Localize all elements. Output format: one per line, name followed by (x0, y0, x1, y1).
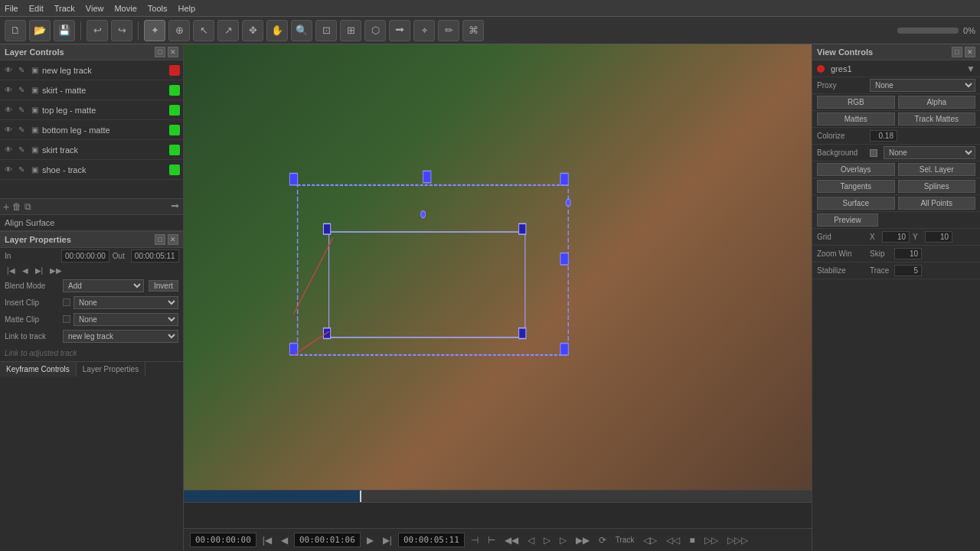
layer-item-bottom-leg-matte[interactable]: 👁 ✎ ▣ bottom leg - matte (0, 120, 183, 140)
skip-input[interactable] (894, 248, 922, 259)
tool-transform[interactable]: ⊕ (168, 20, 190, 41)
background-select[interactable]: None (884, 146, 975, 159)
layer-props-minimize[interactable]: □ (155, 234, 165, 245)
tool-open[interactable]: 📂 (29, 20, 51, 41)
layer-add-btn[interactable]: + (3, 201, 9, 213)
tool-addpoint[interactable]: ↗ (217, 20, 239, 41)
tc-track-opts2[interactable]: ▷▷▷ (724, 534, 751, 546)
rgb-button[interactable]: RGB (817, 96, 895, 109)
layer-type-5: ▣ (29, 165, 40, 175)
next-frame[interactable]: ▶▶ (47, 266, 64, 276)
tool-redo[interactable]: ↪ (111, 20, 132, 41)
gres-dropdown[interactable]: ▼ (966, 64, 975, 74)
tool-save[interactable]: 💾 (54, 20, 75, 41)
tc-clip[interactable]: 00:00:01:06 (294, 533, 361, 547)
tc-current[interactable]: 00:00:00:00 (190, 533, 256, 547)
tool-stabilize[interactable]: ⌖ (413, 20, 435, 41)
tc-fwd-play[interactable]: ▶▶ (573, 534, 593, 546)
layer-props-close[interactable]: ✕ (168, 234, 178, 245)
bg-color-swatch[interactable] (870, 149, 877, 157)
layer-delete-btn[interactable]: 🗑 (12, 201, 21, 212)
layer-item-new-leg-track[interactable]: 👁 ✎ ▣ new leg track (0, 60, 183, 80)
invert-button[interactable]: Invert (149, 280, 178, 292)
blend-mode-select[interactable]: Add (63, 279, 144, 292)
grid-y-input[interactable] (925, 231, 952, 243)
track-mattes-button[interactable]: Track Mattes (898, 112, 976, 126)
tool-point[interactable]: ↖ (193, 20, 214, 41)
layer-item-skirt-matte[interactable]: 👁 ✎ ▣ skirt - matte (0, 80, 183, 100)
layer-copy-btn[interactable]: ⧉ (24, 201, 31, 212)
layer-controls-close[interactable]: ✕ (168, 47, 178, 57)
tool-new[interactable]: 🗋 (5, 20, 26, 41)
tc-next[interactable]: ▶ (364, 534, 377, 546)
goto-in[interactable]: |◀ (5, 266, 18, 276)
grid-x-input[interactable] (882, 231, 910, 243)
tc-mark-out[interactable]: ⊢ (485, 534, 498, 546)
tool-zoom[interactable]: 🔍 (291, 20, 312, 41)
tab-layer-properties[interactable]: Layer Properties (77, 362, 145, 377)
tab-keyframe-controls[interactable]: Keyframe Controls (0, 362, 77, 377)
overlays-button[interactable]: Overlays (817, 163, 895, 176)
surface-button[interactable]: Surface (817, 197, 895, 210)
goto-out[interactable]: ▶| (33, 266, 46, 276)
matte-clip-select[interactable]: None (74, 313, 178, 326)
tool-pen[interactable]: ✏ (438, 20, 459, 41)
tc-rev-play[interactable]: ◀◀ (501, 534, 521, 546)
layer-export-btn[interactable]: ⮕ (171, 201, 180, 212)
menu-help[interactable]: Help (178, 4, 195, 13)
mattes-button[interactable]: Mattes (817, 112, 895, 126)
matte-clip-checkbox[interactable] (63, 315, 70, 323)
tool-align[interactable]: ⌘ (462, 20, 484, 41)
tc-track-stop[interactable]: ■ (686, 534, 697, 546)
link-to-track-select[interactable]: new leg track (63, 330, 178, 343)
tool-track[interactable]: ⊡ (315, 20, 337, 41)
timeline-playhead[interactable] (360, 491, 361, 502)
out-value[interactable]: 00:00:05:11 (131, 249, 179, 262)
menu-file[interactable]: File (5, 4, 18, 13)
menu-view[interactable]: View (86, 4, 104, 13)
prev-frame[interactable]: ◀ (20, 266, 31, 276)
colorize-input[interactable] (870, 130, 897, 142)
menu-movie[interactable]: Movie (114, 4, 136, 13)
proxy-select[interactable]: None (870, 79, 975, 92)
alpha-button[interactable]: Alpha (898, 96, 976, 109)
splines-button[interactable]: Splines (898, 180, 976, 193)
tangents-button[interactable]: Tangents (817, 180, 895, 193)
vc-minimize[interactable]: □ (952, 47, 962, 57)
tool-move[interactable]: ✥ (242, 20, 263, 41)
insert-clip-select[interactable]: None (74, 296, 178, 309)
tc-track-opts1[interactable]: ◁▷ (640, 534, 660, 546)
tc-step-back[interactable]: ◁ (524, 534, 537, 546)
tool-select[interactable]: ✦ (144, 20, 165, 41)
layer-item-shoe-track[interactable]: 👁 ✎ ▣ shoe - track (0, 160, 183, 180)
tool-grid[interactable]: ⬡ (364, 20, 386, 41)
tc-mark-in[interactable]: ⊣ (468, 534, 482, 546)
tc-goto-start[interactable]: |◀ (260, 534, 275, 546)
tc-goto-end[interactable]: ▶| (380, 534, 395, 546)
toolbar-sep2 (138, 21, 139, 40)
layer-item-top-leg-matte[interactable]: 👁 ✎ ▣ top leg - matte (0, 100, 183, 120)
tc-play[interactable]: ▷ (541, 534, 554, 546)
tool-undo[interactable]: ↩ (87, 20, 108, 41)
tool-export[interactable]: ⮕ (389, 20, 410, 41)
trace-input[interactable] (894, 265, 922, 276)
tc-track-fwd[interactable]: ▷▷ (701, 534, 721, 546)
tc-track-back[interactable]: ◁◁ (663, 534, 683, 546)
in-value[interactable]: 00:00:00:00 (61, 249, 109, 262)
tc-step-fwd[interactable]: ▷ (557, 534, 570, 546)
tc-loop[interactable]: ⟳ (596, 534, 609, 546)
tool-hand[interactable]: ✋ (266, 20, 288, 41)
sel-layer-button[interactable]: Sel. Layer (898, 163, 976, 176)
menu-track[interactable]: Track (54, 4, 75, 13)
preview-button[interactable]: Preview (817, 214, 878, 227)
vc-close[interactable]: ✕ (965, 47, 975, 57)
layer-controls-minimize[interactable]: □ (155, 47, 165, 57)
menu-tools[interactable]: Tools (148, 4, 168, 13)
viewport[interactable] (184, 44, 812, 490)
tc-prev[interactable]: ◀ (278, 534, 291, 546)
insert-clip-checkbox[interactable] (63, 298, 70, 306)
tool-surface[interactable]: ⊞ (340, 20, 361, 41)
all-points-button[interactable]: All Points (898, 197, 976, 210)
menu-edit[interactable]: Edit (29, 4, 44, 13)
layer-item-skirt-track[interactable]: 👁 ✎ ▣ skirt track (0, 140, 183, 160)
